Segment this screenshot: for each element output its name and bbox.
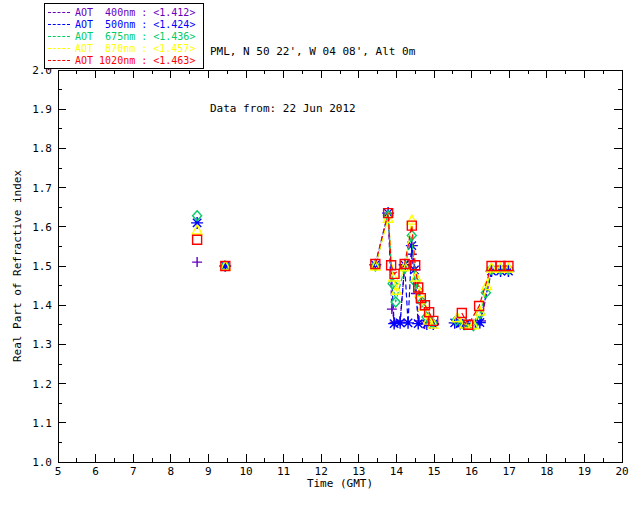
data-point-plus [192,257,202,267]
y-tick-label: 1.7 [32,182,52,195]
legend-label: AOT 675nm : <1.436> [75,31,195,42]
legend-label: AOT 400nm : <1.412> [75,7,195,18]
data-point-plus [387,304,397,314]
y-tick-label: 1.4 [32,299,52,312]
data-point-asterisk [191,217,203,229]
legend-item-3: AOT 675nm : <1.436> [48,30,200,42]
plot-header: PML, N 50 22', W 04 08', Alt 0m Data fro… [210,4,415,156]
y-tick-label: 1.0 [32,456,52,469]
legend-label: AOT 1020nm : <1.463> [75,55,195,66]
data-date: Data from: 22 Jun 2012 [210,99,415,118]
data-point-asterisk [388,318,400,330]
refractive-index-plot: 5678910111213141516171819201.01.11.21.31… [0,0,640,512]
data-point-square [193,235,202,244]
legend-label: AOT 500nm : <1.424> [75,19,195,30]
y-tick-label: 1.1 [32,417,52,430]
legend-line-sample [48,48,70,49]
legend-item-5: AOT 1020nm : <1.463> [48,54,200,66]
legend-item-4: AOT 870nm : <1.457> [48,42,200,54]
legend-line-sample [48,12,70,13]
y-tick-label: 1.8 [32,142,52,155]
y-tick-label: 1.6 [32,221,52,234]
series-aot-400nm [192,210,513,330]
y-tick-label: 1.9 [32,103,52,116]
legend-box: AOT 400nm : <1.412>AOT 500nm : <1.424>AO… [44,3,204,69]
series-aot-870nm [192,213,513,329]
y-tick-label: 1.5 [32,260,52,273]
series-aot-675nm [193,211,513,331]
x-axis-title: Time (GMT) [58,477,622,490]
y-axis-title: Real Part of Refractive index [11,170,24,362]
legend-line-sample [48,24,70,25]
series-aot-1020nm [193,209,513,330]
legend-line-sample [48,36,70,37]
legend-line-sample [48,60,70,61]
legend-item-2: AOT 500nm : <1.424> [48,18,200,30]
y-tick-label: 1.2 [32,378,52,391]
y-tick-label: 1.3 [32,338,52,351]
legend-label: AOT 870nm : <1.457> [75,43,195,54]
station-info: PML, N 50 22', W 04 08', Alt 0m [210,42,415,61]
legend-item-1: AOT 400nm : <1.412> [48,6,200,18]
